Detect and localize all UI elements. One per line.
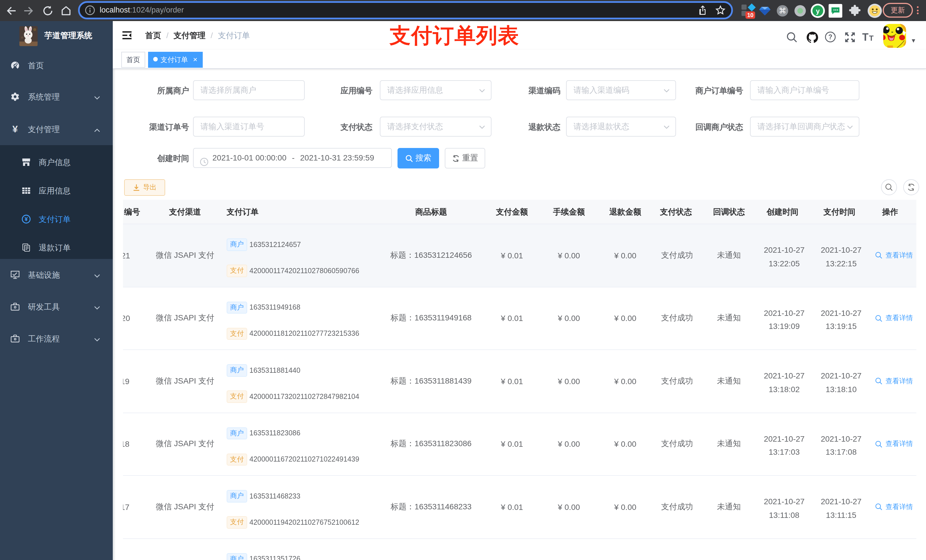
svg-text:y: y (816, 7, 820, 15)
svg-text:¥: ¥ (25, 216, 28, 222)
svg-text:T: T (862, 32, 869, 42)
svg-text:T: T (869, 33, 874, 42)
svg-text:10: 10 (747, 12, 754, 18)
svg-text:?: ? (828, 33, 832, 41)
svg-text:⌘: ⌘ (779, 6, 786, 15)
